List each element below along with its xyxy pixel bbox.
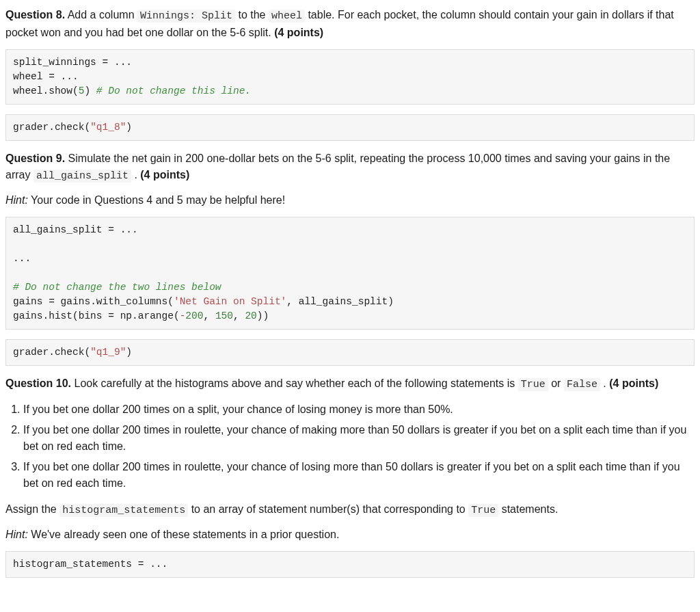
inline-code: True xyxy=(468,504,498,517)
code-cell-q8-grader[interactable]: grader.check("q1_8") xyxy=(5,114,695,141)
statement-3: If you bet one dollar 200 times in roule… xyxy=(23,459,695,492)
points-label: (4 points) xyxy=(140,169,189,181)
inline-code: histogram_statements xyxy=(59,504,188,517)
question-8: Question 8. Add a column Winnings: Split… xyxy=(5,7,695,141)
question-9-prompt: Question 9. Simulate the net gain in 200… xyxy=(5,150,695,185)
question-9-hint: Hint: Your code in Questions 4 and 5 may… xyxy=(5,192,695,209)
inline-code: all_gains_split xyxy=(33,170,131,183)
question-10-hint: Hint: We've already seen one of these st… xyxy=(5,527,695,543)
code-cell-q9-grader[interactable]: grader.check("q1_9") xyxy=(5,339,695,366)
question-10: Question 10. Look carefully at the histo… xyxy=(5,375,695,578)
statement-list: If you bet one dollar 200 times on a spl… xyxy=(5,401,695,492)
inline-code: Winnings: Split xyxy=(137,10,235,23)
question-9: Question 9. Simulate the net gain in 200… xyxy=(5,150,695,367)
question-10-label: Question 10. xyxy=(5,377,71,389)
code-cell-q10-input[interactable]: histogram_statements = ... xyxy=(5,551,695,578)
question-10-prompt: Question 10. Look carefully at the histo… xyxy=(5,375,695,393)
code-cell-q9-input[interactable]: all_gains_split = ... ... # Do not chang… xyxy=(5,217,695,330)
code-cell-q8-input[interactable]: split_winnings = ... wheel = ... wheel.s… xyxy=(5,49,695,105)
inline-code: True xyxy=(518,378,548,391)
assign-instruction: Assign the histogram_statements to an ar… xyxy=(5,501,695,519)
statement-2: If you bet one dollar 200 times in roule… xyxy=(23,422,695,455)
question-8-prompt: Question 8. Add a column Winnings: Split… xyxy=(5,7,695,41)
question-8-label: Question 8. xyxy=(5,9,65,21)
inline-code: False xyxy=(564,378,600,391)
statement-1: If you bet one dollar 200 times on a spl… xyxy=(23,401,695,418)
inline-code: wheel xyxy=(269,10,305,23)
points-label: (4 points) xyxy=(609,377,658,389)
question-9-label: Question 9. xyxy=(5,152,65,164)
points-label: (4 points) xyxy=(274,27,323,38)
